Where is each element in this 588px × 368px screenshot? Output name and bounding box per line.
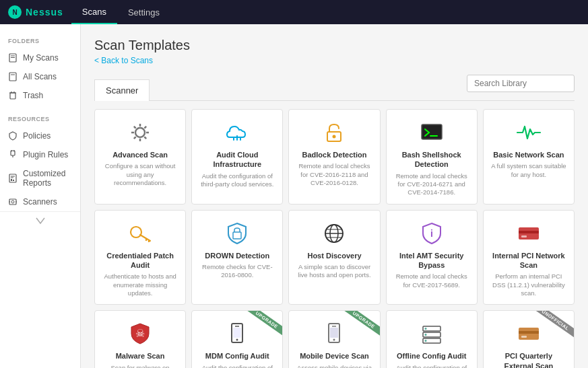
template-card-host-discovery[interactable]: Host Discovery A simple scan to discover… — [288, 210, 380, 305]
template-name-pci-quarterly: PCI Quarterly External Scan — [490, 351, 567, 368]
template-icon-pci-quarterly — [515, 320, 542, 347]
svg-rect-39 — [233, 232, 241, 239]
template-card-pci-quarterly[interactable]: UNOFFICIAL PCI Quarterly External Scan A… — [483, 310, 575, 368]
nav-settings[interactable]: Settings — [117, 0, 170, 24]
template-name-offline-config: Offline Config Audit — [397, 351, 466, 361]
svg-point-52 — [236, 339, 238, 341]
sidebar-plugin-rules-label: Plugin Rules — [23, 150, 68, 159]
svg-rect-5 — [10, 93, 15, 99]
template-icon-advanced-scan — [127, 119, 154, 146]
back-link[interactable]: < Back to Scans — [94, 56, 153, 65]
search-input[interactable] — [467, 75, 575, 92]
sidebar-item-policies[interactable]: Policies — [0, 126, 80, 145]
svg-rect-48 — [521, 235, 527, 237]
template-card-credentialed-patch[interactable]: Credentialed Patch Audit Authenticate to… — [94, 210, 186, 305]
template-icon-drown — [224, 220, 251, 247]
template-name-internal-pci: Internal PCI Network Scan — [490, 251, 567, 270]
collapse-button[interactable] — [0, 211, 80, 229]
template-desc-drown: Remote checks for CVE-2016-0800. — [199, 263, 275, 280]
template-icon-bash-shellshock — [418, 119, 445, 146]
template-name-drown: DROWN Detection — [205, 251, 269, 260]
svg-line-28 — [134, 126, 136, 128]
template-card-basic-network[interactable]: Basic Network Scan A full system scan su… — [483, 109, 575, 205]
svg-rect-47 — [519, 231, 539, 233]
svg-rect-3 — [9, 73, 16, 81]
nav-scans[interactable]: Scans — [71, 0, 117, 24]
svg-rect-65 — [519, 331, 539, 334]
page-title: Scan Templates — [94, 38, 575, 53]
template-card-mobile-device[interactable]: UPGRADE Mobile Device Scan Assess mobile… — [288, 310, 380, 368]
template-card-drown[interactable]: DROWN Detection Remote checks for CVE-20… — [191, 210, 283, 305]
template-card-advanced-scan[interactable]: Advanced Scan Configure a scan without u… — [94, 109, 186, 205]
scanner-icon — [8, 197, 18, 207]
sidebar-my-scans-label: My Scans — [23, 53, 59, 63]
template-name-credentialed-patch: Credentialed Patch Audit — [102, 251, 178, 270]
file-icon — [8, 53, 18, 63]
sidebar-item-trash[interactable]: Trash — [0, 86, 80, 105]
shield-icon — [8, 131, 18, 141]
template-desc-mdm-config: Audit the configuration of mobile device… — [199, 364, 275, 368]
svg-rect-33 — [422, 124, 442, 139]
nav-items: Scans Settings — [71, 0, 170, 24]
svg-text:☠: ☠ — [135, 328, 145, 339]
sidebar-trash-label: Trash — [23, 91, 43, 100]
sidebar-item-plugin-rules[interactable]: Plugin Rules — [0, 145, 80, 164]
template-card-audit-cloud[interactable]: Audit Cloud Infrastructure Audit the con… — [191, 109, 283, 205]
template-card-intel-amt[interactable]: i Intel AMT Security Bypass Remote and l… — [386, 210, 478, 305]
svg-point-32 — [333, 135, 336, 139]
svg-rect-66 — [521, 336, 527, 338]
template-grid: Advanced Scan Configure a scan without u… — [94, 109, 575, 368]
resources-label: RESOURCES — [0, 113, 80, 126]
template-name-mobile-device: Mobile Device Scan — [300, 351, 369, 361]
sidebar-item-customized-reports[interactable]: Customized Reports — [0, 164, 80, 192]
sidebar-item-my-scans[interactable]: My Scans — [0, 48, 80, 67]
template-icon-audit-cloud — [224, 119, 251, 146]
template-card-badlock[interactable]: Badlock Detection Remote and local check… — [288, 109, 380, 205]
template-name-audit-cloud: Audit Cloud Infrastructure — [199, 150, 275, 170]
template-name-basic-network: Basic Network Scan — [493, 150, 564, 159]
template-desc-internal-pci: Perform an internal PCI DSS (11.2.1) vul… — [490, 272, 567, 297]
template-card-bash-shellshock[interactable]: Bash Shellshock Detection Remote and loc… — [386, 109, 478, 205]
ribbon-mdm-config: UPGRADE — [247, 310, 284, 336]
sidebar: FOLDERS My Scans All Scans Trash RESOURC… — [0, 24, 81, 368]
svg-point-63 — [424, 340, 426, 342]
template-name-mdm-config: MDM Config Audit — [205, 351, 269, 361]
search-bar — [467, 75, 575, 92]
svg-point-19 — [11, 200, 14, 203]
plug-icon — [8, 150, 18, 159]
trash-icon — [8, 91, 18, 100]
logo-area: N Nessus — [0, 5, 71, 19]
template-desc-host-discovery: A simple scan to discover live hosts and… — [296, 263, 372, 280]
svg-text:i: i — [430, 228, 433, 239]
template-desc-mobile-device: Assess mobile devices via Microsoft Exch… — [296, 364, 372, 368]
sidebar-item-all-scans[interactable]: All Scans — [0, 67, 80, 86]
svg-rect-13 — [9, 174, 16, 182]
tab-bar: Scanner — [94, 79, 150, 100]
template-card-mdm-config[interactable]: UPGRADE MDM Config Audit Audit the confi… — [191, 310, 283, 368]
sidebar-divider — [0, 105, 80, 113]
template-card-offline-config[interactable]: Offline Config Audit Audit the configura… — [386, 310, 478, 368]
template-icon-internal-pci — [515, 220, 542, 247]
template-desc-malware-scan: Scan for malware on Windows and Unix sys… — [102, 364, 178, 368]
folders-label: FOLDERS — [0, 35, 80, 48]
template-desc-bash-shellshock: Remote and local checks for CVE-2014-627… — [393, 172, 470, 197]
report-icon — [8, 174, 18, 183]
template-icon-mdm-config — [224, 320, 251, 347]
ribbon-mobile-device: UPGRADE — [344, 310, 381, 336]
template-card-internal-pci[interactable]: Internal PCI Network Scan Perform an int… — [483, 210, 575, 305]
svg-line-24 — [144, 137, 146, 139]
template-desc-advanced-scan: Configure a scan without using any recom… — [102, 162, 178, 187]
sidebar-item-scanners[interactable]: Scanners — [0, 192, 80, 211]
template-name-advanced-scan: Advanced Scan — [112, 150, 168, 159]
svg-line-30 — [144, 126, 146, 128]
template-icon-basic-network — [515, 119, 542, 146]
svg-rect-53 — [233, 328, 241, 338]
template-card-malware-scan[interactable]: ☠ Malware Scan Scan for malware on Windo… — [94, 310, 186, 368]
template-icon-intel-amt: i — [418, 220, 445, 247]
template-name-host-discovery: Host Discovery — [307, 251, 361, 260]
tab-scanner[interactable]: Scanner — [94, 79, 150, 101]
sidebar-all-scans-label: All Scans — [23, 72, 57, 81]
template-icon-offline-config — [418, 320, 445, 347]
template-desc-offline-config: Audit the configuration of network devic… — [393, 364, 470, 368]
layout: FOLDERS My Scans All Scans Trash RESOURC… — [0, 24, 588, 368]
